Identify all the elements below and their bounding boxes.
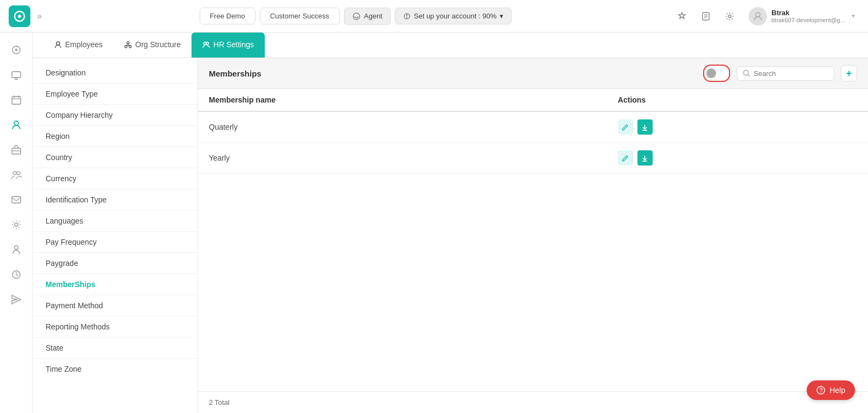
sidebar-icons bbox=[0, 33, 33, 413]
memberships-panel: Memberships + bbox=[198, 58, 868, 413]
sidebar-icon-dashboard[interactable] bbox=[5, 39, 27, 61]
svg-point-33 bbox=[127, 42, 129, 44]
memberships-table: Membership name Actions QuaterlyYearly bbox=[198, 89, 868, 174]
col-header-actions: Actions bbox=[607, 89, 868, 111]
sidebar-icon-group[interactable] bbox=[5, 164, 27, 186]
agent-icon bbox=[352, 12, 361, 21]
org-icon bbox=[124, 41, 132, 48]
nav-item-region[interactable]: Region bbox=[33, 126, 197, 147]
table-footer: 2 Total bbox=[198, 391, 868, 413]
svg-point-35 bbox=[129, 46, 131, 48]
svg-line-31 bbox=[16, 275, 18, 276]
toggle-switch[interactable] bbox=[705, 67, 728, 80]
employees-icon bbox=[54, 41, 62, 48]
nav-item-memberships[interactable]: MemberShips bbox=[33, 274, 197, 295]
svg-point-27 bbox=[15, 223, 18, 226]
nav-item-company-hierarchy[interactable]: Company Hierarchy bbox=[33, 105, 197, 126]
setup-icon bbox=[403, 12, 411, 20]
download-button[interactable] bbox=[637, 119, 653, 135]
table-row: Yearly bbox=[198, 143, 868, 174]
nav-item-paygrade[interactable]: Paygrade bbox=[33, 253, 197, 274]
sidebar-icon-settings[interactable] bbox=[5, 214, 27, 236]
nav-item-pay-frequency[interactable]: Pay Frequency bbox=[33, 232, 197, 253]
action-icons bbox=[618, 119, 857, 135]
nav-icons bbox=[674, 8, 738, 24]
svg-line-42 bbox=[748, 75, 750, 77]
top-nav: » Free Demo Customer Success Agent Set u… bbox=[0, 0, 868, 33]
action-icons bbox=[618, 150, 857, 166]
table-row: Quaterly bbox=[198, 111, 868, 143]
avatar bbox=[749, 7, 767, 26]
svg-text:?: ? bbox=[820, 387, 823, 393]
content-area: Employees Org Structure HR Settings Desi… bbox=[33, 33, 868, 413]
svg-point-10 bbox=[729, 15, 731, 17]
sidebar-icon-user[interactable] bbox=[5, 114, 27, 136]
gear-icon-button[interactable] bbox=[722, 8, 738, 24]
user-info: Btrak btrak607-development@gm... bbox=[771, 9, 847, 23]
edit-button[interactable] bbox=[618, 150, 633, 166]
search-icon bbox=[743, 69, 750, 77]
add-button[interactable]: + bbox=[841, 65, 857, 81]
download-button[interactable] bbox=[637, 150, 653, 166]
agent-button[interactable]: Agent bbox=[344, 8, 391, 25]
col-header-name: Membership name bbox=[198, 89, 607, 111]
edit-button[interactable] bbox=[618, 119, 633, 135]
tabs-bar: Employees Org Structure HR Settings bbox=[33, 33, 868, 58]
svg-point-2 bbox=[353, 13, 360, 20]
user-section[interactable]: Btrak btrak607-development@gm... ▾ bbox=[744, 5, 859, 28]
help-button[interactable]: ? Help bbox=[807, 380, 855, 400]
svg-point-34 bbox=[125, 46, 127, 48]
sidebar-icon-briefcase[interactable] bbox=[5, 139, 27, 161]
nav-item-designation[interactable]: Designation bbox=[33, 62, 197, 84]
svg-point-4 bbox=[406, 14, 407, 16]
nav-item-payment-method[interactable]: Payment Method bbox=[33, 295, 197, 316]
tab-employees[interactable]: Employees bbox=[43, 33, 113, 58]
svg-line-37 bbox=[126, 45, 128, 46]
nav-item-currency[interactable]: Currency bbox=[33, 168, 197, 189]
setup-button[interactable]: Set up your account : 90% ▾ bbox=[395, 8, 512, 24]
app-logo[interactable] bbox=[9, 5, 30, 27]
document-icon-button[interactable] bbox=[698, 8, 714, 24]
svg-point-41 bbox=[744, 71, 749, 75]
sidebar-icon-send[interactable] bbox=[5, 289, 27, 310]
sidebar-icon-mail[interactable] bbox=[5, 189, 27, 211]
nav-center: Free Demo Customer Success Agent Set up … bbox=[48, 8, 663, 25]
svg-point-1 bbox=[18, 15, 21, 18]
nav-item-country[interactable]: Country bbox=[33, 147, 197, 168]
main-layout: Employees Org Structure HR Settings Desi… bbox=[0, 33, 868, 413]
help-label: Help bbox=[829, 386, 845, 395]
tab-hr-settings[interactable]: HR Settings bbox=[192, 33, 265, 58]
expand-icon[interactable]: » bbox=[37, 11, 42, 21]
svg-rect-14 bbox=[12, 72, 21, 78]
sidebar-icon-calendar[interactable] bbox=[5, 89, 27, 111]
membership-name-cell: Quaterly bbox=[198, 111, 607, 143]
nav-item-reporting-methods[interactable]: Reporting Methods bbox=[33, 316, 197, 338]
memberships-title: Memberships bbox=[209, 69, 697, 78]
tab-org-structure[interactable]: Org Structure bbox=[113, 33, 192, 58]
search-box bbox=[737, 66, 834, 81]
nav-item-employee-type[interactable]: Employee Type bbox=[33, 84, 197, 105]
alert-icon-button[interactable] bbox=[674, 8, 690, 24]
svg-point-13 bbox=[15, 49, 17, 52]
sidebar-icon-tv[interactable] bbox=[5, 64, 27, 86]
left-nav: Designation Employee Type Company Hierar… bbox=[33, 58, 198, 413]
free-demo-button[interactable]: Free Demo bbox=[200, 8, 256, 24]
customer-success-button[interactable]: Customer Success bbox=[260, 8, 340, 24]
nav-item-state[interactable]: State bbox=[33, 338, 197, 359]
sidebar-icon-person[interactable] bbox=[5, 239, 27, 260]
membership-actions-cell bbox=[607, 111, 868, 143]
svg-point-28 bbox=[14, 246, 18, 250]
memberships-table-container: Membership name Actions QuaterlyYearly bbox=[198, 89, 868, 391]
sidebar-icon-clock[interactable] bbox=[5, 264, 27, 285]
user-email: btrak607-development@gm... bbox=[771, 17, 847, 23]
svg-rect-26 bbox=[12, 196, 21, 203]
svg-point-21 bbox=[14, 121, 18, 125]
nav-item-languages[interactable]: Languages bbox=[33, 211, 197, 232]
svg-point-24 bbox=[13, 171, 16, 175]
hr-icon bbox=[202, 41, 210, 48]
memberships-header: Memberships + bbox=[198, 58, 868, 89]
search-input[interactable] bbox=[754, 69, 824, 78]
nav-item-time-zone[interactable]: Time Zone bbox=[33, 359, 197, 379]
nav-item-identification-type[interactable]: Identification Type bbox=[33, 189, 197, 211]
svg-rect-17 bbox=[12, 97, 21, 104]
